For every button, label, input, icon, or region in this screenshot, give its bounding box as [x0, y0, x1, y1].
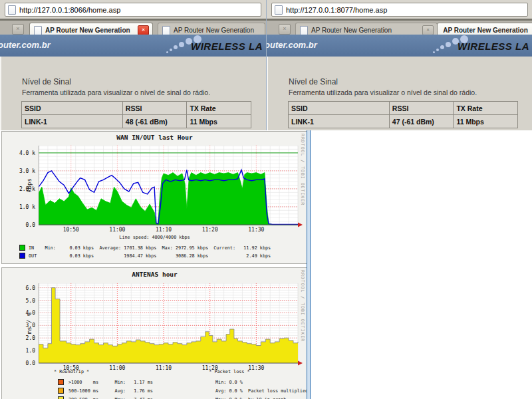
- cell-txrate: 11 Mbps: [454, 115, 518, 128]
- legend-column-headers: * Roundtrip * * Packet loss *: [54, 369, 250, 374]
- legend-swatch: [58, 396, 64, 399]
- chart-plot: [39, 146, 305, 233]
- tab-label: AP Router New Generation: [45, 27, 134, 34]
- y-tick-label: 1.0: [7, 348, 35, 354]
- y-tick-label: 2.0: [7, 335, 35, 341]
- page-description: Ferramenta utilizada para visualizar o n…: [289, 88, 477, 96]
- url-toolbar: http://127.0.0.1:8066/home.asp: [0, 0, 266, 19]
- cell-ssid: LINK-1: [289, 115, 390, 128]
- chart-svg: [39, 283, 305, 368]
- page-title: Nível de Sinal: [22, 77, 71, 86]
- tab-label: AP Router New Generation: [174, 27, 254, 34]
- x-tick-label: 11:30: [243, 227, 269, 233]
- site-name: router.com.br: [267, 40, 317, 50]
- col-rssi: RSSI: [389, 102, 454, 115]
- url-text: http://127.0.0.1:8077/home.asp: [286, 6, 387, 14]
- col-rssi: RSSI: [122, 102, 187, 115]
- browser-window-right: http://127.0.0.1:8077/home.asp × AP Rout…: [266, 0, 532, 130]
- y-tick-label: 5.0: [7, 298, 35, 304]
- legend-swatch: [19, 245, 25, 251]
- wan-traffic-graph-panel: WAN IN/OUT last Hourkbps0.01.0 k2.0 k3.0…: [1, 131, 308, 264]
- tab-strip: × AP Router New Generation × AP Router N…: [0, 19, 266, 37]
- legend-row: 500-1000 ms Avg: 1.76 ms Avg: 0.0 % Pack…: [68, 388, 308, 394]
- tab-close-icon[interactable]: ×: [138, 25, 149, 35]
- legend-row: >1000 ms Min: 1.17 ms Min: 0.0 %: [68, 380, 243, 385]
- y-tick-label: 0.0: [7, 360, 35, 366]
- chart-plot: [39, 283, 305, 371]
- col-ssid: SSID: [22, 102, 123, 115]
- y-tick-label: 1.0 k: [7, 204, 35, 210]
- y-tick-label: 4.0 k: [7, 150, 35, 156]
- tabbar-close-button[interactable]: ×: [279, 24, 291, 35]
- y-tick-label: 6.0: [7, 285, 35, 291]
- chart-svg: [39, 146, 305, 230]
- page-description: Ferramenta utilizada para visualizar o n…: [22, 88, 210, 96]
- logo-dot-icon: [174, 45, 178, 49]
- page-icon: [34, 26, 42, 35]
- logo-dot-icon: [166, 51, 168, 53]
- url-text: http://127.0.0.1:8066/home.asp: [19, 6, 120, 14]
- logo-dot-icon: [440, 45, 444, 49]
- tab-strip: × AP Router New Generation × AP Router N…: [267, 19, 532, 37]
- tab-close-icon[interactable]: ×: [422, 25, 434, 35]
- y-tick-label: 2.0 k: [7, 186, 35, 192]
- antennas-graph-panel: ANTENAS hourms / %0.01.02.03.04.05.06.01…: [1, 267, 308, 399]
- y-tick-label: 0.0: [7, 222, 35, 228]
- chart-title: ANTENAS hour: [2, 271, 307, 278]
- page-icon: [275, 5, 283, 15]
- logo-dot-icon: [179, 42, 184, 47]
- brand-logo-text: WIRELESS LA: [458, 41, 529, 52]
- signal-table: SSID RSSI TX Rate LINK-1 48 (-61 dBm) 11…: [21, 101, 251, 128]
- page-icon: [300, 26, 308, 35]
- url-field[interactable]: http://127.0.0.1:8066/home.asp: [5, 3, 261, 17]
- vertical-scrollbar[interactable]: [307, 130, 311, 399]
- rrdtool-watermark: RRDTOOL / TOBI OETIKER: [300, 270, 305, 342]
- x-tick-label: 11:00: [104, 227, 130, 233]
- tab-label: AP Router New Generation: [443, 27, 528, 34]
- cell-rssi: 47 (-61 dBm): [389, 115, 454, 128]
- col-txrate: TX Rate: [187, 102, 251, 115]
- x-tick-label: 10:50: [58, 227, 84, 233]
- logo-dot-icon: [433, 51, 435, 53]
- rrdtool-watermark: RRDTOOL / TOBI OETIKER: [300, 134, 305, 205]
- legend-swatch: [19, 253, 25, 259]
- legend-swatch: [58, 388, 64, 394]
- table-row: LINK-1 48 (-61 dBm) 11 Mbps: [22, 115, 251, 128]
- url-toolbar: http://127.0.0.1:8077/home.asp: [267, 0, 532, 19]
- page-icon: [8, 5, 16, 15]
- col-ssid: SSID: [289, 102, 390, 115]
- line-speed-label: Line speed: 4000/4000 kbps: [2, 235, 307, 240]
- brand-logo-text: WIRELESS LA: [191, 41, 263, 52]
- chart-title: WAN IN/OUT last Hour: [2, 134, 307, 141]
- browser-window-left: http://127.0.0.1:8066/home.asp × AP Rout…: [0, 0, 266, 130]
- site-banner: router.com.br WIRELESS LA: [267, 35, 532, 57]
- page-content: Nível de Sinal Ferramenta utilizada para…: [267, 57, 532, 130]
- cell-rssi: 48 (-61 dBm): [122, 115, 187, 128]
- tab-label: AP Router New Generation: [311, 27, 419, 34]
- graph-window: WAN IN/OUT last Hourkbps0.01.0 k2.0 k3.0…: [0, 130, 311, 399]
- legend-row: OUT 0.03 kbps 1984.47 kbps 3086.28 kbps …: [29, 253, 271, 259]
- page-content: Nível de Sinal Ferramenta utilizada para…: [0, 57, 266, 130]
- cell-ssid: LINK-1: [22, 115, 123, 128]
- legend-swatch: [58, 379, 64, 385]
- y-tick-label: 4.0: [7, 310, 35, 316]
- url-field[interactable]: http://127.0.0.1:8077/home.asp: [271, 3, 528, 17]
- tabbar-close-button[interactable]: ×: [12, 24, 24, 35]
- col-txrate: TX Rate: [454, 102, 518, 115]
- y-tick-label: 3.0 k: [7, 168, 35, 174]
- site-name: router.com.br: [0, 40, 51, 50]
- logo-dot-icon: [170, 49, 172, 51]
- signal-table: SSID RSSI TX Rate LINK-1 47 (-61 dBm) 11…: [288, 101, 518, 128]
- site-banner: router.com.br WIRELESS LA: [0, 35, 266, 57]
- logo-dot-icon: [436, 49, 439, 51]
- table-header-row: SSID RSSI TX Rate: [22, 102, 251, 115]
- page-icon: [162, 26, 170, 35]
- x-tick-label: 11:10: [150, 227, 177, 233]
- page-title: Nível de Sinal: [289, 77, 338, 86]
- y-tick-label: 3.0: [7, 323, 35, 329]
- table-header-row: SSID RSSI TX Rate: [289, 102, 518, 115]
- cell-txrate: 11 Mbps: [187, 115, 251, 128]
- legend-row: IN Min: 0.03 kbps Average: 1701.38 kbps …: [29, 245, 271, 251]
- table-row: LINK-1 47 (-61 dBm) 11 Mbps: [289, 115, 518, 128]
- logo-dot-icon: [446, 42, 451, 47]
